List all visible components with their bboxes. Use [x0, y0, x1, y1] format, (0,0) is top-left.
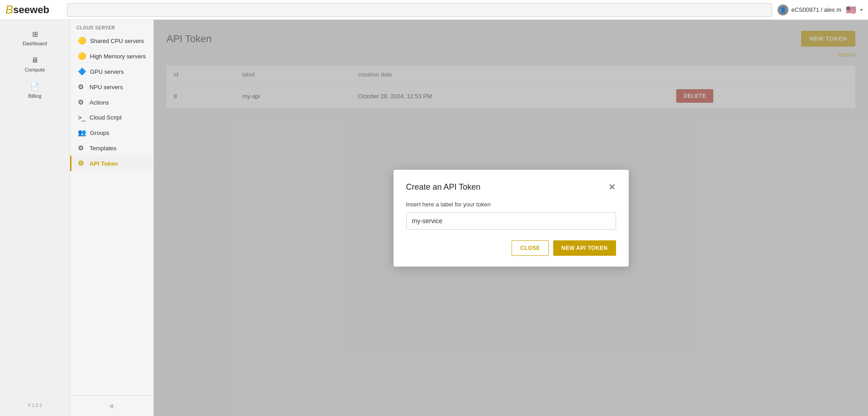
gpu-icon: 🔷 — [78, 67, 86, 76]
logo-text: seeweb — [13, 4, 49, 16]
sidebar-wide: CLOUD SERVER 🟡 Shared CPU servers 🟡 High… — [70, 20, 154, 416]
sidebar-item-billing[interactable]: 📄 Billing — [0, 77, 70, 103]
sidebar-collapse-button[interactable]: « — [70, 395, 153, 416]
modal-header: Create an API Token ✕ — [406, 182, 616, 192]
header-right: 👤 eCS00971 / alex.m 🇺🇸 ▾ — [778, 5, 863, 15]
sidebar-item-cloud-script[interactable]: >_ Cloud Script — [70, 110, 153, 125]
sidebar-narrow-label-billing: Billing — [28, 93, 41, 99]
app-header: Bseeweb 👤 eCS00971 / alex.m 🇺🇸 ▾ — [0, 0, 868, 20]
logo: Bseeweb — [5, 3, 60, 17]
sidebar-item-label-shared-cpu: Shared CPU servers — [90, 38, 144, 44]
templates-icon: ⚙ — [78, 144, 86, 152]
main-layout: ⊞ Dashboard 🖥 Compute 📄 Billing V 1.0.1 … — [0, 20, 868, 416]
sidebar-item-actions[interactable]: ⚙ Actions — [70, 95, 153, 110]
sidebar-item-dashboard[interactable]: ⊞ Dashboard — [0, 24, 70, 51]
sidebar-item-npu[interactable]: ⚙ NPU servers — [70, 79, 153, 95]
modal-overlay: Create an API Token ✕ Insert here a labe… — [154, 20, 868, 416]
new-api-token-button[interactable]: NEW API TOKEN — [553, 240, 616, 256]
actions-icon: ⚙ — [78, 98, 86, 106]
sidebar-item-templates[interactable]: ⚙ Templates — [70, 140, 153, 156]
npu-icon: ⚙ — [78, 83, 86, 91]
high-memory-icon: 🟡 — [78, 52, 86, 60]
sidebar-item-label-cloud-script: Cloud Script — [90, 114, 122, 121]
sidebar-item-api-token[interactable]: ⚙ API Token — [70, 156, 153, 171]
api-token-icon: ⚙ — [78, 159, 86, 167]
language-flag[interactable]: 🇺🇸 — [846, 5, 856, 15]
sidebar-narrow-label-dashboard: Dashboard — [23, 41, 47, 46]
user-icon: 👤 — [778, 5, 788, 15]
logo-b: B — [5, 3, 13, 17]
sidebar-item-shared-cpu[interactable]: 🟡 Shared CPU servers — [70, 33, 153, 48]
sidebar-narrow: ⊞ Dashboard 🖥 Compute 📄 Billing V 1.0.1 — [0, 20, 70, 416]
modal-title: Create an API Token — [406, 182, 481, 192]
chevron-down-icon: ▾ — [860, 7, 863, 12]
billing-icon: 📄 — [30, 81, 40, 91]
search-input[interactable] — [67, 3, 772, 17]
user-info[interactable]: 👤 eCS00971 / alex.m — [778, 5, 841, 15]
shared-cpu-icon: 🟡 — [78, 37, 86, 45]
user-label: eCS00971 / alex.m — [791, 6, 841, 13]
dashboard-icon: ⊞ — [30, 29, 40, 39]
content-area: API Token NEW TOKEN tutorial id label cr… — [154, 20, 868, 416]
sidebar-item-label-api-token: API Token — [90, 160, 118, 167]
modal-label: Insert here a label for your token — [406, 201, 616, 208]
sidebar-item-label-groups: Groups — [90, 129, 109, 136]
sidebar-item-gpu[interactable]: 🔷 GPU servers — [70, 64, 153, 79]
modal-footer: CLOSE NEW API TOKEN — [406, 240, 616, 256]
sidebar-item-compute[interactable]: 🖥 Compute — [0, 51, 70, 77]
sidebar-section-cloud-server: CLOUD SERVER — [70, 20, 153, 33]
collapse-icon: « — [109, 401, 114, 411]
sidebar-item-groups[interactable]: 👥 Groups — [70, 125, 153, 140]
compute-icon: 🖥 — [30, 55, 40, 65]
sidebar-item-high-memory[interactable]: 🟡 High Memory servers — [70, 48, 153, 64]
sidebar-item-label-high-memory: High Memory servers — [90, 53, 146, 60]
token-label-input[interactable] — [406, 212, 616, 230]
close-button[interactable]: CLOSE — [512, 240, 549, 256]
sidebar-item-label-gpu: GPU servers — [90, 68, 123, 75]
sidebar-item-label-npu: NPU servers — [90, 84, 123, 91]
sidebar-item-label-templates: Templates — [90, 145, 116, 152]
create-api-token-modal: Create an API Token ✕ Insert here a labe… — [394, 170, 629, 267]
modal-close-button[interactable]: ✕ — [608, 182, 616, 191]
version-label: V 1.0.1 — [0, 399, 70, 411]
cloud-script-icon: >_ — [78, 114, 86, 121]
sidebar-narrow-label-compute: Compute — [25, 67, 45, 72]
sidebar-item-label-actions: Actions — [90, 99, 109, 106]
groups-icon: 👥 — [78, 129, 86, 137]
